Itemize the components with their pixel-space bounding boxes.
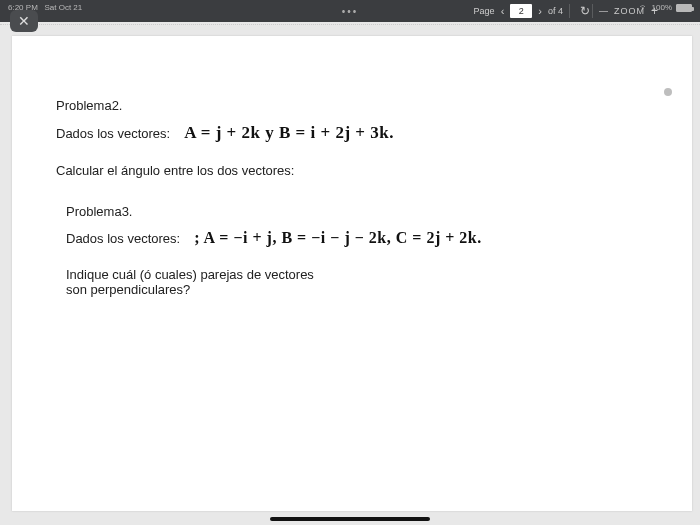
given-label: Dados los vectores:	[66, 231, 180, 246]
close-button[interactable]: ✕	[10, 10, 38, 32]
prev-page-icon[interactable]: ‹	[501, 5, 505, 17]
problem3-title: Problema3.	[66, 204, 648, 219]
zoom-out-icon[interactable]: —	[599, 6, 608, 16]
problem2-instruction: Calcular el ángulo entre los dos vectore…	[56, 163, 648, 178]
problem3-given: Dados los vectores: ; A = −i + j, B = −i…	[66, 229, 648, 247]
status-date-text: Sat Oct 21	[44, 3, 82, 12]
divider	[569, 4, 570, 18]
problem3-instruction-line2: son perpendiculares?	[66, 282, 648, 297]
status-right: ᯤ 100%	[640, 3, 692, 12]
problem2-title: Problema2.	[56, 98, 648, 113]
problem2-equation: A = j + 2k y B = i + 2j + 3k.	[184, 123, 394, 143]
page-number-input[interactable]	[510, 4, 532, 18]
divider	[592, 4, 593, 18]
page-nav: Page ‹ › of 4 ↻	[474, 4, 590, 18]
given-label: Dados los vectores:	[56, 126, 170, 141]
problem3-instruction-line1: Indique cuál (ó cuales) parejas de vecto…	[66, 267, 648, 282]
divider-dotted	[0, 24, 700, 25]
reload-icon[interactable]: ↻	[580, 4, 590, 18]
next-page-icon[interactable]: ›	[538, 5, 542, 17]
status-indicator	[664, 88, 672, 96]
page-total: of 4	[548, 6, 563, 16]
close-icon: ✕	[18, 13, 30, 29]
page-label: Page	[474, 6, 495, 16]
problem3-equation: ; A = −i + j, B = −i − j − 2k, C = 2j + …	[194, 229, 482, 247]
more-icon[interactable]: •••	[342, 6, 359, 17]
problem2-given: Dados los vectores: A = j + 2k y B = i +…	[56, 123, 648, 143]
document-page: Problema2. Dados los vectores: A = j + 2…	[12, 36, 692, 511]
home-indicator[interactable]	[270, 517, 430, 521]
wifi-icon: ᯤ	[640, 3, 648, 12]
battery-icon	[676, 4, 692, 12]
battery-percent: 100%	[652, 3, 672, 12]
top-toolbar: 6:20 PM Sat Oct 21 ••• Page ‹ › of 4 ↻ —…	[0, 0, 700, 22]
